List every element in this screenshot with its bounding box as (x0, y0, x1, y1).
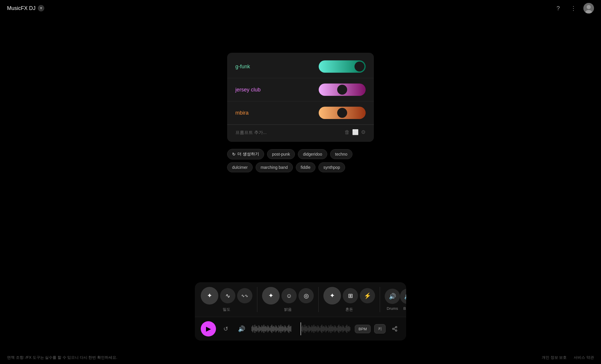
svg-rect-5 (254, 327, 254, 331)
svg-rect-75 (332, 326, 333, 332)
app-title: MusicFX DJ (7, 5, 36, 11)
chaos-label: 혼돈 (345, 307, 353, 312)
svg-rect-84 (342, 327, 342, 331)
header-right: ? ⋮ (553, 3, 594, 13)
regen-label: 더 생성하기 (237, 152, 259, 157)
track-name-mbira: mbira (235, 110, 249, 116)
key-button[interactable]: 키 (374, 324, 386, 334)
chip-fiddle[interactable]: fiddle (296, 162, 315, 172)
svg-rect-17 (266, 326, 266, 332)
brightness-label: 밝음 (284, 307, 292, 312)
brightness-buttons: ✦ ☺ ◎ (262, 287, 314, 305)
svg-rect-74 (332, 326, 332, 331)
bpm-button[interactable]: BPM (355, 325, 371, 333)
svg-rect-44 (302, 326, 302, 331)
svg-rect-37 (286, 326, 286, 331)
help-button[interactable]: ? (553, 3, 563, 13)
more-menu-button[interactable]: ⋮ (568, 3, 579, 13)
svg-rect-51 (309, 325, 309, 332)
density-btn-2[interactable]: ∿ (220, 288, 235, 303)
svg-rect-27 (276, 325, 276, 332)
svg-rect-41 (290, 326, 290, 331)
svg-rect-20 (269, 326, 269, 331)
brightness-btn-1[interactable]: ✦ (262, 287, 280, 305)
svg-rect-23 (272, 325, 272, 333)
svg-rect-67 (325, 327, 325, 331)
svg-rect-11 (260, 326, 260, 331)
toggle-mbira[interactable] (319, 107, 366, 119)
replay-button[interactable]: ↺ (220, 323, 232, 335)
svg-rect-12 (261, 327, 261, 331)
chip-post-punk[interactable]: post-punk (267, 149, 295, 159)
density-btn-3[interactable]: ∿∿ (237, 288, 252, 303)
chip-didgeridoo[interactable]: didgeridoo (298, 149, 327, 159)
svg-rect-71 (329, 325, 329, 332)
toggle-knob-gfunk (354, 62, 364, 72)
chaos-btn-2[interactable]: ⊞ (343, 288, 358, 303)
bass-label: Bass (404, 306, 406, 311)
export-icon[interactable]: ⬜ (352, 129, 359, 135)
toggle-knob-jersey (337, 85, 347, 95)
svg-rect-57 (315, 326, 315, 331)
svg-rect-29 (278, 328, 278, 331)
svg-rect-3 (251, 326, 252, 331)
svg-rect-49 (307, 326, 307, 332)
svg-rect-61 (319, 326, 319, 331)
brightness-btn-2[interactable]: ☺ (281, 288, 297, 303)
svg-rect-26 (275, 327, 275, 331)
avatar[interactable] (583, 3, 594, 13)
drums-vol-btn[interactable]: 🔊 (385, 289, 400, 304)
drums-group: 🔊 Drums (385, 289, 400, 311)
svg-rect-24 (273, 326, 273, 331)
chip-techno[interactable]: techno (330, 149, 352, 159)
svg-rect-38 (287, 328, 287, 331)
svg-rect-36 (285, 325, 285, 332)
brightness-btn-3[interactable]: ◎ (298, 288, 314, 303)
svg-rect-53 (310, 327, 311, 331)
svg-rect-58 (315, 326, 316, 332)
svg-rect-83 (341, 326, 341, 332)
svg-rect-33 (282, 326, 282, 331)
svg-rect-55 (313, 326, 313, 331)
chip-dulcimer[interactable]: dulcimer (227, 162, 253, 172)
svg-rect-43 (300, 322, 301, 335)
chip-marching-band[interactable]: marching band (256, 162, 293, 172)
svg-line-96 (394, 329, 396, 330)
svg-point-93 (396, 326, 397, 328)
bass-vol-btn[interactable]: 🔊 (400, 289, 406, 304)
waveform[interactable] (251, 322, 351, 335)
dropdown-badge[interactable]: ▼ (38, 5, 44, 11)
suggestions-panel: ↻ 더 생성하기 post-punk didgeridoo techno dul… (227, 149, 374, 172)
density-btn-1[interactable]: ✦ (201, 287, 218, 305)
terms-link[interactable]: 서비스 약관 (574, 355, 594, 360)
chip-synthpop[interactable]: synthpop (318, 162, 345, 172)
settings-icon[interactable]: ⚙ (361, 129, 366, 135)
svg-rect-62 (320, 328, 320, 331)
prompt-input[interactable] (235, 130, 342, 135)
volume-button[interactable]: 🔊 (235, 323, 248, 335)
svg-rect-47 (305, 325, 305, 333)
chaos-btn-1[interactable]: ✦ (323, 287, 341, 305)
delete-icon[interactable]: 🗑 (345, 129, 350, 135)
svg-rect-42 (291, 326, 291, 332)
toggle-jersey[interactable] (319, 84, 366, 96)
svg-rect-35 (283, 327, 284, 331)
prompt-row: 🗑 ⬜ ⚙ (227, 125, 374, 140)
chaos-btn-3[interactable]: ⚡ (360, 288, 375, 303)
regen-button[interactable]: ↻ 더 생성하기 (227, 149, 264, 159)
share-button[interactable] (389, 323, 400, 334)
privacy-link[interactable]: 개인 정보 보호 (542, 355, 567, 360)
svg-rect-31 (280, 326, 280, 331)
svg-rect-80 (337, 326, 338, 332)
svg-rect-21 (270, 328, 270, 331)
toggle-gfunk[interactable] (319, 60, 366, 73)
svg-rect-85 (343, 325, 343, 332)
play-button[interactable]: ▶ (201, 321, 216, 336)
svg-rect-63 (321, 326, 321, 332)
footer: 면책 조항: /FX 도구는 실수를 할 수 있으니 다시 한번 확인하세요. … (0, 351, 601, 364)
playback-row: ▶ ↺ 🔊 (195, 317, 406, 341)
svg-rect-4 (253, 325, 253, 332)
svg-rect-34 (283, 326, 283, 332)
svg-rect-88 (346, 326, 346, 332)
svg-rect-68 (326, 325, 326, 332)
